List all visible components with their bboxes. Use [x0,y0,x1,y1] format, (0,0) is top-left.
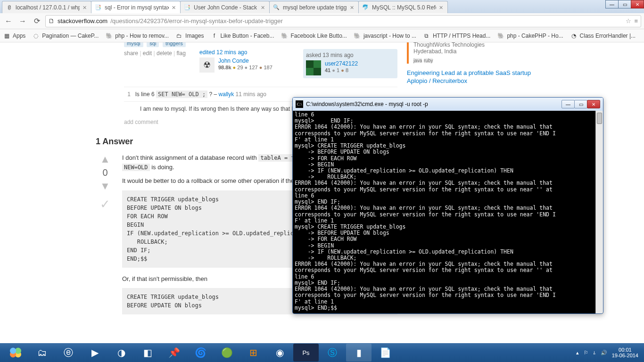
close-button[interactable]: ✕ [587,100,600,108]
browser-tabstrip: 🛢localhost / 127.0.0.1 / whp✕ 📑sql - Err… [0,0,644,13]
bookmarks-bar: ▦Apps ◌Pagination — CakeP... 🐘php - How … [0,29,644,42]
tag[interactable]: mysql [124,42,143,47]
tray-network-icon[interactable]: ⫰ [593,350,596,355]
scrollbar-thumb[interactable] [597,113,602,124]
inline-code: NEW=OLD [122,164,150,171]
tray-flag-icon[interactable]: ⚐ [584,350,588,356]
taskbar-item[interactable]: 🌀 [188,344,213,362]
taskbar-item[interactable]: ◧ [135,344,160,362]
tag[interactable]: triggers [163,42,186,47]
url-bar[interactable]: 🗋 stackoverflow.com/questions/24292376/e… [45,15,641,27]
browser-tab-active[interactable]: 📑sql - Error in mysql syntax✕ [91,1,181,13]
user-link[interactable]: user2742122 [325,60,358,67]
minimize-button[interactable]: — [605,0,619,8]
post-actions: share | edit | delete | flag [124,50,186,57]
taskbar-item[interactable]: ◑ [108,344,134,362]
reload-button[interactable]: ⟳ [31,16,42,27]
folder-icon: 🗀 [175,32,183,40]
minimize-button[interactable]: — [561,100,575,108]
taskbar-item[interactable]: 🟢 [214,344,239,362]
sidebar-link[interactable]: Engineering Lead at a profitable SaaS st… [407,69,531,76]
bookmark-item[interactable]: 🗀Images [175,32,204,40]
close-icon[interactable]: ✕ [83,5,88,10]
tag[interactable]: sql [147,42,159,47]
job-company: ThoughtWorks Technologies [413,42,548,48]
comment-author[interactable]: wallyk [219,91,234,98]
maximize-button[interactable]: ▭ [618,0,631,8]
tray-volume-icon[interactable]: 🔊 [601,350,607,356]
edited-label: edited 12 mins ago [199,49,247,56]
tab-title: localhost / 127.0.0.1 / whp [16,4,80,11]
close-icon[interactable]: ✕ [439,5,445,10]
bookmark-item[interactable]: 🐘php - How to remov... [105,32,169,40]
url-host: stackoverflow.com [58,17,107,25]
maximize-button[interactable]: ▭ [574,100,587,108]
menu-icon[interactable]: ≡ [634,17,638,25]
bookmark-item[interactable]: ⧉HTTP / HTTPS Head... [423,32,490,40]
back-button[interactable]: ← [3,16,14,27]
taskbar-item-ie[interactable]: ⓔ [56,344,81,362]
bookmark-item[interactable]: ▦Apps [3,32,25,40]
taskbar-item-notepad[interactable]: 📄 [372,344,398,362]
os-window-controls: — ▭ ✕ [606,0,644,9]
cmd-window-controls: — ▭ ✕ [562,100,600,108]
asked-label: asked 13 mins ago [306,52,354,58]
tray-clock[interactable]: 00:01 19-06-2014 [612,347,638,358]
forward-button[interactable]: → [17,16,28,27]
cmd-icon: C:\ [296,100,303,108]
avatar: ☢ [199,58,215,73]
scrollbar[interactable] [595,111,603,313]
tag[interactable]: java [413,58,422,63]
job-location: Hyderabad, India [413,48,548,55]
edit-link[interactable]: edit [143,50,152,57]
close-icon[interactable]: ✕ [350,5,355,10]
bookmark-item[interactable]: fLike Button - Faceb... [210,32,274,40]
cmd-window[interactable]: C:\ C:\windows\system32\cmd.exe - mysql … [292,97,603,314]
taskbar-item-skype[interactable]: Ⓢ [320,344,345,362]
user-link[interactable]: John Conde [218,58,249,64]
close-button[interactable]: ✕ [631,0,644,8]
cmd-titlebar[interactable]: C:\ C:\windows\system32\cmd.exe - mysql … [293,98,603,111]
cmd-output[interactable]: line 6 mysql> END IF; ERROR 1064 (42000)… [293,111,603,313]
taskbar-item[interactable]: 📌 [161,344,187,362]
tag[interactable]: ruby [424,58,433,63]
browser-tab[interactable]: 🔍mysql before update trigg✕ [269,1,359,13]
browser-tab[interactable]: 📑User John Conde - Stack O✕ [180,1,270,13]
taskbar-item-wmp[interactable]: ▶ [82,344,107,362]
bookmark-item[interactable]: ◔Class ErrorHandler |... [570,32,636,40]
taskbar-item-chrome[interactable]: ◉ [267,344,292,362]
start-button[interactable] [3,344,28,362]
browser-tab[interactable]: 🐬MySQL :: MySQL 5.0 Refer✕ [358,1,448,13]
favicon-icon: 🐬 [362,4,369,11]
delete-link[interactable]: delete [157,50,172,57]
bookmark-star-icon[interactable]: ☆ [626,17,631,25]
bookmark-item[interactable]: 🐘Facebook Like Butto... [281,32,347,40]
flag-link[interactable]: flag [177,50,186,57]
share-link[interactable]: share [124,50,138,57]
sidebar-links: Engineering Lead at a profitable SaaS st… [407,69,548,84]
bookmark-item[interactable]: ◌Pagination — CakeP... [32,32,99,40]
bookmark-item[interactable]: 🐘javascript - How to ... [354,32,416,40]
bookmark-icon: 🐘 [497,32,504,40]
favicon-icon: 📑 [94,4,102,11]
close-icon[interactable]: ✕ [261,5,266,10]
close-icon[interactable]: ✕ [172,5,177,10]
browser-tab[interactable]: 🛢localhost / 127.0.0.1 / whp✕ [2,1,91,13]
upvote-button[interactable]: ▲ [100,153,110,165]
system-tray: ▴ ⚐ ⫰ 🔊 00:01 19-06-2014 [576,347,641,358]
taskbar-item-photoshop[interactable]: Ps [293,344,319,362]
avatar [306,60,321,75]
tab-title: sql - Error in mysql syntax [105,4,169,11]
sidebar-link[interactable]: Aplopio / Recruiterbox [407,77,467,84]
taskbar-item-cmd[interactable]: ▮ [346,344,372,362]
tray-chevron-icon[interactable]: ▴ [576,350,579,356]
taskbar-item-xampp[interactable]: ⊞ [240,344,266,362]
favicon-icon: 🔍 [272,4,280,11]
taskbar-item-explorer[interactable]: 🗂 [29,344,55,362]
inline-code: SET NEW= OLD ; [156,90,207,98]
accept-check-icon[interactable]: ✓ [100,197,110,212]
bookmark-item[interactable]: 🐘php - CakePHP - Ho... [497,32,563,40]
comment-time: 11 mins ago [236,91,266,98]
downvote-button[interactable]: ▼ [100,180,110,192]
bookmark-icon: 🐘 [105,32,113,40]
